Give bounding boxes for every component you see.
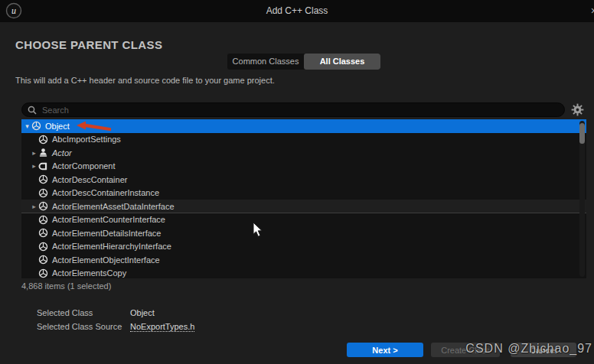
class-row-actorelementassetdatainterface[interactable]: ▸ActorElementAssetDataInterface xyxy=(21,200,586,213)
class-row-label: ActorElementObjectInterface xyxy=(52,255,160,265)
class-row-actordesccontainerinstance[interactable]: ActorDescContainerInstance xyxy=(21,187,586,200)
description-text: This will add a C++ header and source co… xyxy=(15,76,275,85)
class-row-actorelementscopy[interactable]: ActorElementsCopy xyxy=(21,267,586,279)
scrollbar-thumb[interactable] xyxy=(579,123,585,144)
class-list: ▾ObjectAbcImportSettings▸Actor▸ActorComp… xyxy=(21,119,586,278)
selected-class-source-link[interactable]: NoExportTypes.h xyxy=(130,322,194,332)
window-title: Add C++ Class xyxy=(0,0,594,22)
chevron-right-icon[interactable]: ▸ xyxy=(30,203,38,210)
class-row-actor[interactable]: ▸Actor xyxy=(21,146,586,160)
selected-class-label: Selected Class xyxy=(37,308,93,317)
page-title: CHOOSE PARENT CLASS xyxy=(15,38,162,51)
object-class-icon xyxy=(38,215,51,225)
cancel-button[interactable]: Cancel xyxy=(511,343,576,357)
class-row-label: ActorElementCounterInterface xyxy=(52,215,165,224)
object-class-icon xyxy=(38,174,51,184)
search-input[interactable] xyxy=(41,105,564,115)
close-icon[interactable]: × xyxy=(591,5,594,17)
object-class-icon xyxy=(38,228,51,238)
chevron-right-icon[interactable]: ▸ xyxy=(30,149,38,157)
selected-class-source-label: Selected Class Source xyxy=(37,322,122,331)
object-class-icon xyxy=(38,242,51,252)
class-row-label: AbcImportSettings xyxy=(52,135,121,144)
add-cpp-class-dialog: u Add C++ Class × CHOOSE PARENT CLASS Co… xyxy=(0,0,594,364)
class-row-label: ActorElementHierarchyInterface xyxy=(52,242,171,251)
search-icon xyxy=(28,106,37,115)
class-row-actorcomponent[interactable]: ▸ActorComponent xyxy=(21,160,586,174)
class-row-label: ActorDescContainerInstance xyxy=(52,188,159,197)
class-row-actordesccontainer[interactable]: ActorDescContainer xyxy=(21,173,586,187)
class-row-actorelementhierarchyinterface[interactable]: ActorElementHierarchyInterface xyxy=(21,240,586,254)
object-class-icon xyxy=(38,188,51,198)
component-class-icon xyxy=(38,161,51,171)
selected-class-value: Object xyxy=(130,308,155,317)
title-bar: u Add C++ Class × xyxy=(0,0,594,22)
next-button[interactable]: Next > xyxy=(347,343,423,357)
gear-icon[interactable] xyxy=(571,103,584,116)
class-view-tabs: Common Classes All Classes xyxy=(227,54,380,70)
class-row-abcimportsettings[interactable]: AbcImportSettings xyxy=(21,133,586,147)
create-class-button[interactable]: Create Class xyxy=(431,343,500,357)
class-row-label: ActorElementDetailsInterface xyxy=(52,229,161,238)
tab-common-classes[interactable]: Common Classes xyxy=(227,54,304,70)
class-row-label: ActorComponent xyxy=(52,161,116,171)
object-class-icon xyxy=(38,135,51,145)
object-class-icon xyxy=(31,121,44,131)
chevron-down-icon[interactable]: ▾ xyxy=(23,122,31,130)
class-row-label: ActorElementAssetDataInterface xyxy=(52,202,175,211)
class-row-label: ActorElementsCopy xyxy=(52,268,126,278)
object-class-icon xyxy=(38,268,51,278)
chevron-right-icon[interactable]: ▸ xyxy=(30,162,38,170)
actor-class-icon xyxy=(38,148,51,158)
object-class-icon xyxy=(38,255,51,265)
class-row-actorelementcounterinterface[interactable]: ActorElementCounterInterface xyxy=(21,213,586,227)
tab-all-classes[interactable]: All Classes xyxy=(304,54,380,70)
class-row-label: Actor xyxy=(52,148,72,158)
object-class-icon xyxy=(38,201,51,211)
class-row-object[interactable]: ▾Object xyxy=(21,119,586,133)
class-row-actorelementdetailsinterface[interactable]: ActorElementDetailsInterface xyxy=(21,226,586,240)
scrollbar-track[interactable] xyxy=(579,121,585,277)
class-row-actorelementobjectinterface[interactable]: ActorElementObjectInterface xyxy=(21,253,586,267)
search-box xyxy=(21,102,565,117)
class-row-label: ActorDescContainer xyxy=(52,175,127,184)
class-row-label: Object xyxy=(45,122,70,131)
items-count-status: 4,868 items (1 selected) xyxy=(21,281,111,291)
